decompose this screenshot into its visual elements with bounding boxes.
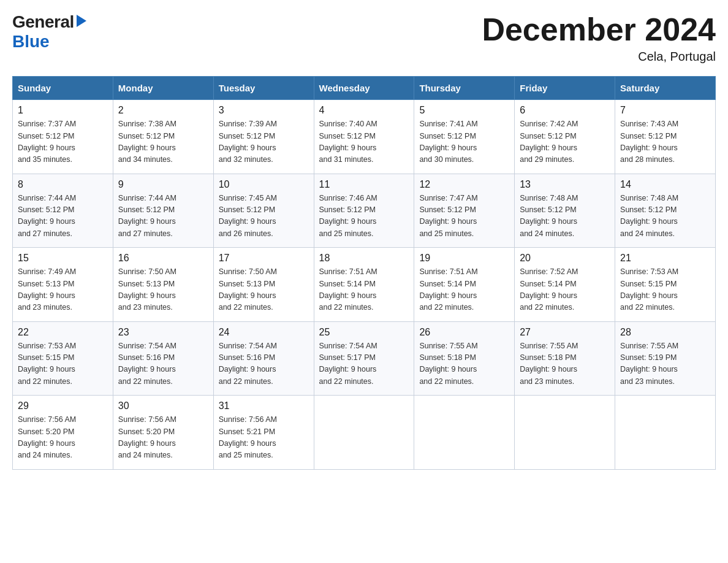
day-number: 13 [520, 179, 610, 190]
day-number: 22 [18, 327, 108, 338]
day-number: 15 [18, 253, 108, 264]
table-row: 18Sunrise: 7:51 AMSunset: 5:14 PMDayligh… [314, 248, 414, 322]
day-info: Sunrise: 7:40 AMSunset: 5:12 PMDaylight:… [319, 118, 409, 166]
day-info: Sunrise: 7:54 AMSunset: 5:16 PMDaylight:… [118, 340, 208, 388]
day-number: 16 [118, 253, 208, 264]
svg-marker-0 [77, 15, 86, 27]
day-info: Sunrise: 7:37 AMSunset: 5:12 PMDaylight:… [18, 118, 108, 166]
table-row: 29Sunrise: 7:56 AMSunset: 5:20 PMDayligh… [13, 396, 113, 470]
table-row: 20Sunrise: 7:52 AMSunset: 5:14 PMDayligh… [515, 248, 615, 322]
table-row: 21Sunrise: 7:53 AMSunset: 5:15 PMDayligh… [615, 248, 716, 322]
day-number: 2 [118, 105, 208, 116]
day-info: Sunrise: 7:43 AMSunset: 5:12 PMDaylight:… [620, 118, 710, 166]
calendar-table: Sunday Monday Tuesday Wednesday Thursday… [12, 76, 716, 470]
day-number: 12 [419, 179, 509, 190]
logo-triangle-icon [75, 12, 88, 32]
page-header: General Blue December 2024 Cela, Portuga… [12, 12, 716, 64]
day-info: Sunrise: 7:49 AMSunset: 5:13 PMDaylight:… [18, 266, 108, 314]
table-row: 22Sunrise: 7:53 AMSunset: 5:15 PMDayligh… [13, 321, 113, 396]
table-row: 30Sunrise: 7:56 AMSunset: 5:20 PMDayligh… [113, 396, 213, 470]
day-number: 23 [118, 327, 208, 338]
header-friday: Friday [515, 77, 615, 100]
day-number: 7 [620, 105, 710, 116]
day-info: Sunrise: 7:50 AMSunset: 5:13 PMDaylight:… [219, 266, 309, 314]
table-row [515, 396, 615, 470]
table-row: 1Sunrise: 7:37 AMSunset: 5:12 PMDaylight… [13, 100, 113, 174]
day-number: 30 [118, 400, 208, 412]
day-info: Sunrise: 7:45 AMSunset: 5:12 PMDaylight:… [219, 193, 309, 240]
table-row: 27Sunrise: 7:55 AMSunset: 5:18 PMDayligh… [515, 321, 615, 396]
day-info: Sunrise: 7:54 AMSunset: 5:17 PMDaylight:… [319, 340, 409, 388]
header-tuesday: Tuesday [213, 77, 314, 100]
calendar-week-row: 15Sunrise: 7:49 AMSunset: 5:13 PMDayligh… [13, 248, 716, 322]
table-row [414, 396, 515, 470]
table-row: 7Sunrise: 7:43 AMSunset: 5:12 PMDaylight… [615, 100, 716, 174]
day-info: Sunrise: 7:46 AMSunset: 5:12 PMDaylight:… [319, 193, 409, 240]
day-info: Sunrise: 7:55 AMSunset: 5:18 PMDaylight:… [419, 340, 509, 388]
day-number: 8 [18, 179, 108, 190]
table-row: 3Sunrise: 7:39 AMSunset: 5:12 PMDaylight… [213, 100, 314, 174]
logo-general-text: General [12, 12, 74, 32]
table-row: 4Sunrise: 7:40 AMSunset: 5:12 PMDaylight… [314, 100, 414, 174]
table-row: 13Sunrise: 7:48 AMSunset: 5:12 PMDayligh… [515, 174, 615, 248]
day-number: 27 [520, 327, 610, 338]
table-row: 25Sunrise: 7:54 AMSunset: 5:17 PMDayligh… [314, 321, 414, 396]
day-number: 20 [520, 253, 610, 264]
table-row: 12Sunrise: 7:47 AMSunset: 5:12 PMDayligh… [414, 174, 515, 248]
table-row: 19Sunrise: 7:51 AMSunset: 5:14 PMDayligh… [414, 248, 515, 322]
table-row: 31Sunrise: 7:56 AMSunset: 5:21 PMDayligh… [213, 396, 314, 470]
logo: General Blue [12, 12, 88, 52]
day-info: Sunrise: 7:55 AMSunset: 5:18 PMDaylight:… [520, 340, 610, 388]
day-info: Sunrise: 7:39 AMSunset: 5:12 PMDaylight:… [219, 118, 309, 166]
day-number: 11 [319, 179, 409, 190]
weekday-header-row: Sunday Monday Tuesday Wednesday Thursday… [13, 77, 716, 100]
table-row: 6Sunrise: 7:42 AMSunset: 5:12 PMDaylight… [515, 100, 615, 174]
table-row: 16Sunrise: 7:50 AMSunset: 5:13 PMDayligh… [113, 248, 213, 322]
table-row: 11Sunrise: 7:46 AMSunset: 5:12 PMDayligh… [314, 174, 414, 248]
day-info: Sunrise: 7:41 AMSunset: 5:12 PMDaylight:… [419, 118, 509, 166]
day-info: Sunrise: 7:56 AMSunset: 5:21 PMDaylight:… [219, 414, 309, 462]
header-saturday: Saturday [615, 77, 716, 100]
table-row: 9Sunrise: 7:44 AMSunset: 5:12 PMDaylight… [113, 174, 213, 248]
day-info: Sunrise: 7:53 AMSunset: 5:15 PMDaylight:… [620, 266, 710, 314]
day-info: Sunrise: 7:51 AMSunset: 5:14 PMDaylight:… [419, 266, 509, 314]
day-number: 6 [520, 105, 610, 116]
table-row: 15Sunrise: 7:49 AMSunset: 5:13 PMDayligh… [13, 248, 113, 322]
location-label: Cela, Portugal [482, 50, 716, 64]
day-info: Sunrise: 7:48 AMSunset: 5:12 PMDaylight:… [620, 193, 710, 240]
day-info: Sunrise: 7:48 AMSunset: 5:12 PMDaylight:… [520, 193, 610, 240]
day-number: 24 [219, 327, 309, 338]
day-info: Sunrise: 7:54 AMSunset: 5:16 PMDaylight:… [219, 340, 309, 388]
day-number: 31 [219, 400, 309, 412]
table-row: 14Sunrise: 7:48 AMSunset: 5:12 PMDayligh… [615, 174, 716, 248]
header-sunday: Sunday [13, 77, 113, 100]
title-area: December 2024 Cela, Portugal [482, 12, 716, 64]
table-row: 26Sunrise: 7:55 AMSunset: 5:18 PMDayligh… [414, 321, 515, 396]
day-info: Sunrise: 7:42 AMSunset: 5:12 PMDaylight:… [520, 118, 610, 166]
day-info: Sunrise: 7:38 AMSunset: 5:12 PMDaylight:… [118, 118, 208, 166]
table-row: 24Sunrise: 7:54 AMSunset: 5:16 PMDayligh… [213, 321, 314, 396]
header-monday: Monday [113, 77, 213, 100]
day-info: Sunrise: 7:53 AMSunset: 5:15 PMDaylight:… [18, 340, 108, 388]
calendar-week-row: 22Sunrise: 7:53 AMSunset: 5:15 PMDayligh… [13, 321, 716, 396]
day-info: Sunrise: 7:56 AMSunset: 5:20 PMDaylight:… [18, 414, 108, 462]
logo-blue-text: Blue [12, 32, 50, 51]
day-number: 5 [419, 105, 509, 116]
table-row: 17Sunrise: 7:50 AMSunset: 5:13 PMDayligh… [213, 248, 314, 322]
day-number: 25 [319, 327, 409, 338]
header-thursday: Thursday [414, 77, 515, 100]
calendar-week-row: 1Sunrise: 7:37 AMSunset: 5:12 PMDaylight… [13, 100, 716, 174]
day-number: 3 [219, 105, 309, 116]
table-row: 10Sunrise: 7:45 AMSunset: 5:12 PMDayligh… [213, 174, 314, 248]
table-row: 2Sunrise: 7:38 AMSunset: 5:12 PMDaylight… [113, 100, 213, 174]
day-number: 21 [620, 253, 710, 264]
day-number: 29 [18, 400, 108, 412]
day-number: 10 [219, 179, 309, 190]
day-info: Sunrise: 7:47 AMSunset: 5:12 PMDaylight:… [419, 193, 509, 240]
month-title: December 2024 [482, 12, 716, 47]
day-info: Sunrise: 7:52 AMSunset: 5:14 PMDaylight:… [520, 266, 610, 314]
table-row [615, 396, 716, 470]
day-number: 19 [419, 253, 509, 264]
table-row: 23Sunrise: 7:54 AMSunset: 5:16 PMDayligh… [113, 321, 213, 396]
day-info: Sunrise: 7:51 AMSunset: 5:14 PMDaylight:… [319, 266, 409, 314]
